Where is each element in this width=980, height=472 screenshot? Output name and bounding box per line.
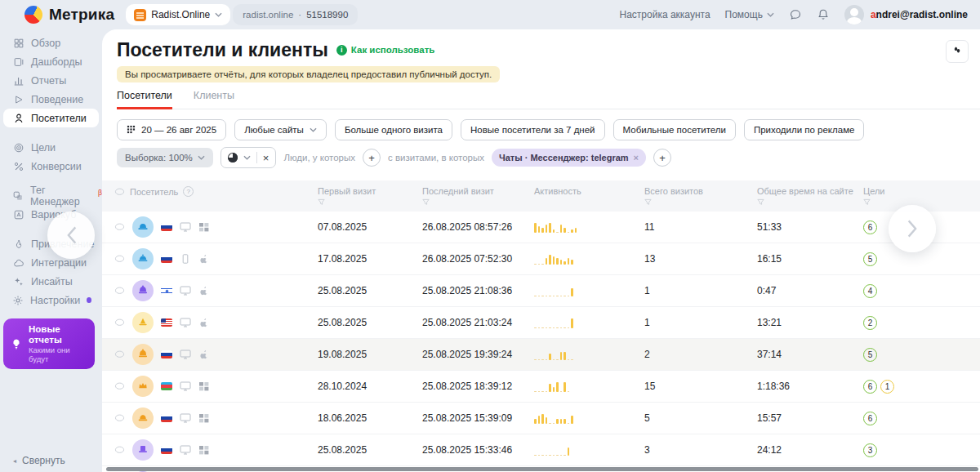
sidebar-item-label: Дашборды [31, 56, 82, 68]
comment-bubble-icon[interactable] [114, 255, 125, 263]
sidebar-item-reports[interactable]: Отчеты [0, 71, 102, 90]
comment-bubble-icon[interactable] [114, 223, 125, 231]
sidebar-item-visitors[interactable]: Посетители [3, 109, 99, 127]
add-people-condition-button[interactable]: + [363, 149, 381, 167]
sidebar-item-behavior[interactable]: Поведение [0, 90, 102, 109]
counter-select[interactable]: Radist.Online [126, 4, 230, 25]
sidebar-item-integrations[interactable]: Интеграции [0, 253, 102, 272]
column-header[interactable]: Активность [534, 186, 581, 196]
goal-badge[interactable]: 3 [863, 443, 877, 457]
user-menu[interactable]: andrei@radist.online [844, 5, 968, 24]
comment-bubble-icon[interactable] [114, 382, 125, 390]
visitor-avatar[interactable] [132, 248, 154, 269]
tab-clients[interactable]: Клиенты [194, 90, 234, 109]
messages-icon[interactable] [789, 8, 802, 21]
metrika-logo[interactable]: Метрика [24, 6, 114, 24]
filter-funnel-icon[interactable] [863, 198, 871, 206]
goal-badge[interactable]: 6 [863, 380, 877, 394]
sidebar-item-label: Интеграции [31, 257, 87, 269]
comment-bubble-icon[interactable] [114, 446, 125, 454]
misc-widget-button[interactable] [946, 40, 969, 63]
collapse-sidebar-button[interactable]: ◂ Свернуть [13, 455, 65, 466]
visitor-avatar[interactable] [132, 216, 154, 238]
table-row[interactable]: 25.08.202525.08.2025 21:03:24113:212 [102, 307, 980, 339]
counter-switcher: Radist.Online radist.online · 51518990 [126, 4, 358, 25]
filter-funnel-icon[interactable] [757, 198, 764, 206]
sampling-select[interactable]: Выборка: 100% [117, 148, 213, 167]
total-time-cell: 0:47 [757, 285, 863, 296]
table-row[interactable]: 25.08.202525.08.2025 21:08:3610:474 [102, 275, 980, 307]
visitor-avatar[interactable] [132, 376, 154, 397]
column-header[interactable]: Первый визит [318, 186, 376, 196]
comment-bubble-icon[interactable] [114, 350, 125, 358]
quick-filter-button[interactable]: Приходили по рекламе [744, 119, 865, 140]
sidebar-item-overview[interactable]: Обзор [0, 33, 102, 52]
insights-icon [12, 276, 24, 287]
sidebar-item-goals[interactable]: Цели [0, 138, 102, 157]
tab-visitors[interactable]: Посетители [117, 90, 172, 109]
column-header[interactable]: Общее время на сайте [757, 186, 853, 196]
help-circle-icon[interactable]: ? [183, 186, 194, 197]
how-to-use-link[interactable]: i Как использовать [336, 45, 435, 56]
goals-cell: 61 [863, 380, 980, 394]
first-visit-cell: 25.08.2025 [318, 285, 422, 296]
prev-page-button[interactable] [47, 212, 95, 259]
comment-bubble-icon[interactable] [114, 318, 125, 327]
column-header[interactable]: Всего визитов [644, 186, 703, 196]
table-row[interactable]: 17.08.202526.08.2025 07:52:301316:155 [102, 243, 980, 275]
account-settings-link[interactable]: Настройка аккаунта [620, 9, 710, 20]
quick-filter-button[interactable]: Больше одного визита [335, 119, 452, 140]
new-reports-button[interactable]: Новые отчеты Какими они будут [3, 318, 95, 369]
sidebar-item-conversions[interactable]: Конверсии [0, 157, 102, 176]
goal-badge[interactable]: 5 [863, 252, 877, 266]
help-menu[interactable]: Помощь [725, 9, 774, 20]
goal-badge[interactable]: 2 [863, 316, 877, 330]
quick-filter-button[interactable]: Новые посетители за 7 дней [461, 119, 605, 140]
sidebar-item-tag-manager[interactable]: Тег Менеджерβ [0, 186, 102, 205]
reports-icon [12, 75, 24, 87]
help-label: Помощь [725, 9, 763, 20]
date-range-button[interactable]: 20 — 26 авг 2025 [117, 119, 226, 140]
sidebar-item-insights[interactable]: Инсайты [0, 272, 102, 291]
quick-filter-button[interactable]: Мобильные посетители [613, 119, 736, 140]
counter-meta: radist.online · 51518990 [233, 4, 358, 25]
goal-badge[interactable]: 4 [863, 284, 877, 298]
add-visit-condition-button[interactable]: + [653, 149, 671, 167]
sites-filter-button[interactable]: Любые сайты [234, 119, 327, 140]
next-page-button[interactable] [889, 205, 936, 252]
visitor-avatar[interactable] [132, 280, 154, 301]
comment-bubble-icon[interactable] [114, 414, 125, 422]
visitor-cell [114, 376, 318, 397]
goal-badge[interactable]: 6 [863, 412, 877, 425]
horizontal-scrollbar[interactable] [106, 467, 978, 471]
notifications-bell-icon[interactable] [817, 8, 830, 21]
table-row[interactable]: 07.08.202526.08.2025 08:57:261151:336 [102, 212, 980, 243]
table-row[interactable]: 28.10.202425.08.2025 18:39:12151:18:3661 [102, 371, 980, 403]
visitor-avatar[interactable] [132, 407, 154, 429]
filter-funnel-icon[interactable] [318, 198, 325, 206]
filter-funnel-icon[interactable] [644, 198, 652, 206]
column-header[interactable]: Цели [863, 186, 884, 196]
table-row[interactable]: 19.08.202525.08.2025 19:39:24237:145 [102, 339, 980, 371]
goal-badge[interactable]: 1 [880, 380, 894, 394]
remove-chip-icon[interactable]: × [634, 154, 639, 163]
pie-chart-icon[interactable] [228, 153, 238, 163]
column-header[interactable]: Посетитель [130, 187, 178, 197]
comment-bubble-icon[interactable] [114, 287, 125, 295]
sidebar-item-dashboards[interactable]: Дашборды [0, 52, 102, 71]
table-row[interactable]: 18.06.202525.08.2025 15:39:09515:576 [102, 403, 980, 434]
visitor-avatar[interactable] [132, 312, 154, 333]
visitor-cell [114, 216, 318, 238]
filter-funnel-icon[interactable] [422, 198, 430, 206]
visitor-avatar[interactable] [132, 439, 154, 461]
goal-badge[interactable]: 6 [863, 220, 877, 234]
table-row[interactable]: 25.08.202525.08.2025 15:33:46324:123 [102, 434, 980, 466]
column-header[interactable]: Последний визит [422, 186, 494, 196]
sidebar-item-settings[interactable]: Настройки [0, 291, 102, 309]
segment-chip[interactable]: Чаты · Мессенджер: telegram × [492, 149, 646, 167]
notification-dot [87, 297, 91, 303]
visitor-avatar[interactable] [132, 344, 154, 365]
clear-segment-icon[interactable]: × [263, 153, 270, 163]
goal-badge[interactable]: 5 [863, 348, 877, 362]
chevron-down-icon[interactable] [243, 155, 251, 160]
